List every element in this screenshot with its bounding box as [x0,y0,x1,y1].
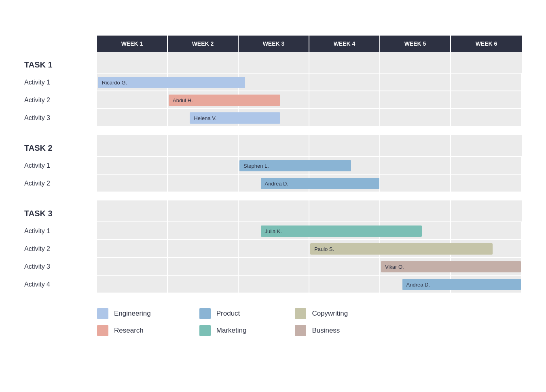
task-section-2: TASK 2Activity 1Activity 2Stephen L.Andr… [24,135,522,192]
activity-label-t2-a2: Activity 2 [24,175,97,192]
legend-item-business: Business [295,325,348,336]
col-header-week6: WEEK 6 [451,36,522,52]
col-header-week2: WEEK 2 [168,36,239,52]
activity-row-t3-a1: Julia K. [97,222,522,240]
task-section-3: TASK 3Activity 1Activity 2Activity 3Acti… [24,200,522,293]
activity-row-t2-a1: Stephen L. [97,157,522,175]
legend-swatch-product [199,308,211,319]
activity-row-t3-a2: Paulo S. [97,240,522,258]
task-grid-3: Julia K.Paulo S.Vikar O.Andrea D. [97,200,522,293]
activity-label-t1-a1: Activity 1 [24,74,97,91]
task-labels-2: TASK 2Activity 1Activity 2 [24,135,97,192]
legend-label-copywriting: Copywriting [312,310,348,318]
legend-item-engineering: Engineering [97,308,151,319]
task-label-1: TASK 1 [24,53,53,73]
activity-row-t3-a4: Andrea D. [97,276,522,293]
legend-label-product: Product [216,310,240,318]
legend-item-product: Product [199,308,247,319]
task-label-2: TASK 2 [24,136,53,156]
legend-item-copywriting: Copywriting [295,308,348,319]
activity-label-t1-a2: Activity 2 [24,91,97,109]
activity-label-t3-a4: Activity 4 [24,276,97,293]
activity-label-t3-a1: Activity 1 [24,222,97,240]
legend-item-research: Research [97,325,151,336]
task-grid-2: Stephen L.Andrea D. [97,135,522,192]
gantt-bar-t1-a2: Abdul H. [169,95,280,106]
gantt-bar-t3-a4: Andrea D. [402,279,521,290]
legend-swatch-business [295,325,306,336]
gantt-chart: WEEK 1WEEK 2WEEK 3WEEK 4WEEK 5WEEK 6 [24,36,522,52]
gantt-bar-t1-a3: Helena V. [190,112,280,124]
activity-row-t1-a1: Ricardo G. [97,74,522,91]
gantt-bar-t2-a2: Andrea D. [261,178,380,189]
activity-row-t1-a3: Helena V. [97,109,522,127]
legend-swatch-marketing [199,325,211,336]
legend: EngineeringResearchProductMarketingCopyw… [24,308,522,336]
task-labels-1: TASK 1Activity 1Activity 2Activity 3 [24,52,97,127]
legend-label-engineering: Engineering [114,310,151,318]
activity-row-t2-a2: Andrea D. [97,175,522,192]
task-grid-1: Ricardo G.Abdul H.Helena V. [97,52,522,127]
legend-item-marketing: Marketing [199,325,247,336]
activity-label-t1-a3: Activity 3 [24,109,97,127]
activity-row-t3-a3: Vikar O. [97,258,522,276]
legend-swatch-copywriting [295,308,306,319]
activity-label-t3-a3: Activity 3 [24,258,97,276]
gantt-bar-t2-a1: Stephen L. [239,160,351,171]
legend-label-marketing: Marketing [216,327,247,335]
task-section-1: TASK 1Activity 1Activity 2Activity 3Rica… [24,52,522,127]
label-column [24,36,97,52]
col-header-week5: WEEK 5 [380,36,451,52]
activity-row-t1-a2: Abdul H. [97,91,522,109]
gantt-bar-t1-a1: Ricardo G. [98,77,245,88]
column-headers: WEEK 1WEEK 2WEEK 3WEEK 4WEEK 5WEEK 6 [97,36,522,52]
gantt-bar-t3-a3: Vikar O. [381,261,521,272]
col-header-week3: WEEK 3 [239,36,309,52]
activity-label-t2-a1: Activity 1 [24,157,97,175]
col-header-week4: WEEK 4 [309,36,380,52]
task-label-3: TASK 3 [24,202,53,221]
legend-label-research: Research [114,327,144,335]
activity-label-t3-a2: Activity 2 [24,240,97,258]
legend-swatch-engineering [97,308,108,319]
legend-swatch-research [97,325,108,336]
gantt-bar-t3-a1: Julia K. [261,226,422,237]
legend-group-1: EngineeringResearch [97,308,151,336]
legend-label-business: Business [312,327,340,335]
legend-group-3: CopywritingBusiness [295,308,348,336]
gantt-bar-t3-a2: Paulo S. [310,243,493,255]
col-header-week1: WEEK 1 [97,36,168,52]
task-labels-3: TASK 3Activity 1Activity 2Activity 3Acti… [24,200,97,293]
gantt-grid: WEEK 1WEEK 2WEEK 3WEEK 4WEEK 5WEEK 6 [97,36,522,52]
legend-group-2: ProductMarketing [199,308,247,336]
